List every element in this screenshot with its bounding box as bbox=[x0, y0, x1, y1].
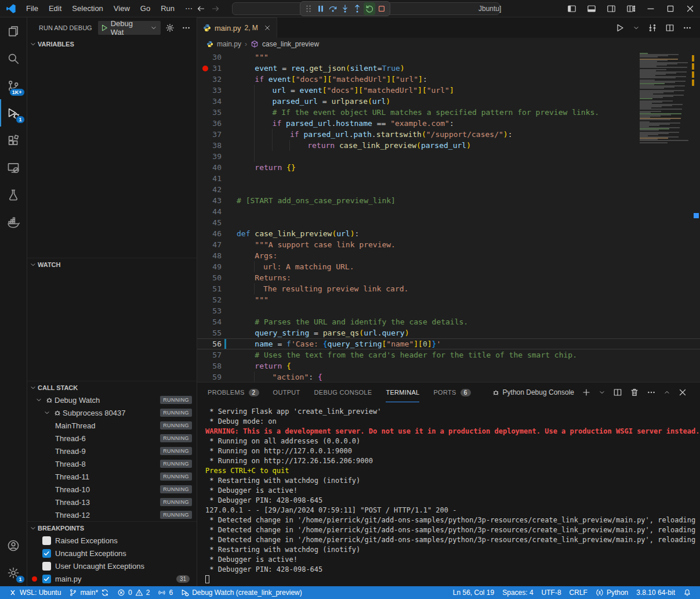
code-line-58[interactable]: 58 return { bbox=[197, 360, 700, 371]
minimap[interactable] bbox=[640, 53, 691, 143]
gutter[interactable]: 33 bbox=[197, 85, 237, 96]
maximize-button[interactable] bbox=[661, 0, 680, 17]
call-stack-row[interactable]: Thread-8RUNNING bbox=[27, 457, 197, 470]
code-line-32[interactable]: 32 if event["docs"]["matchedUrl"]["url"]… bbox=[197, 74, 700, 85]
call-stack-row[interactable]: Thread-10RUNNING bbox=[27, 483, 197, 496]
gutter[interactable]: 53 bbox=[197, 305, 237, 316]
grip-icon[interactable] bbox=[303, 2, 314, 15]
debug-session-status[interactable]: Debug Watch (create_link_preview) bbox=[177, 586, 306, 599]
run-python-file-button[interactable] bbox=[615, 23, 625, 33]
gutter[interactable]: 35 bbox=[197, 107, 237, 118]
language-status[interactable]: Python bbox=[592, 586, 632, 599]
toggle-sidebar-icon[interactable] bbox=[562, 0, 582, 17]
call-stack-section-header[interactable]: CALL STACK bbox=[27, 381, 197, 394]
call-stack-row[interactable]: Thread-11RUNNING bbox=[27, 470, 197, 483]
activity-settings[interactable]: 1 bbox=[0, 559, 27, 586]
call-stack-row[interactable]: Thread-13RUNNING bbox=[27, 496, 197, 508]
terminal-output[interactable]: * Serving Flask app 'create_link_preview… bbox=[197, 402, 700, 586]
activity-search[interactable] bbox=[0, 45, 27, 72]
code-line-37[interactable]: 37 if parsed_url.path.startswith("/suppo… bbox=[197, 129, 700, 140]
menu-edit[interactable]: Edit bbox=[43, 0, 67, 17]
menu-go[interactable]: Go bbox=[135, 0, 155, 17]
toggle-secondary-sidebar-icon[interactable] bbox=[601, 0, 621, 17]
code-line-34[interactable]: 34 parsed_url = urlparse(url) bbox=[197, 96, 700, 107]
gutter[interactable]: 43 bbox=[197, 195, 237, 206]
gutter[interactable]: 42 bbox=[197, 184, 237, 195]
step-out-icon[interactable] bbox=[351, 2, 363, 15]
code-editor[interactable]: 30 """31 event = req.get_json(silent=Tru… bbox=[197, 50, 700, 382]
gutter[interactable]: 41 bbox=[197, 173, 237, 184]
gutter[interactable]: 49 bbox=[197, 261, 237, 272]
kill-terminal-icon[interactable] bbox=[630, 388, 639, 397]
gutter[interactable]: 47 bbox=[197, 239, 237, 250]
menu-selection[interactable]: Selection bbox=[67, 0, 108, 17]
call-stack-row[interactable]: Debug WatchRUNNING bbox=[27, 394, 197, 406]
activity-source-control[interactable]: 1K+ bbox=[0, 72, 27, 99]
code-line-49[interactable]: 49 url: A matching URL. bbox=[197, 261, 700, 272]
variables-section-header[interactable]: VARIABLES bbox=[27, 38, 197, 50]
watch-section-header[interactable]: WATCH bbox=[27, 258, 197, 270]
notifications-bell[interactable] bbox=[679, 586, 695, 599]
panel-tab-output[interactable]: OUTPUT bbox=[273, 383, 300, 402]
gutter[interactable]: 34 bbox=[197, 96, 237, 107]
breakpoint-row[interactable]: User Uncaught Exceptions bbox=[27, 560, 197, 572]
menu-view[interactable]: View bbox=[108, 0, 135, 17]
code-line-42[interactable]: 42 bbox=[197, 184, 700, 195]
toggle-panel-icon[interactable] bbox=[582, 0, 601, 17]
terminal-dropdown-icon[interactable] bbox=[599, 389, 605, 396]
gutter[interactable]: 52 bbox=[197, 294, 237, 305]
call-stack-row[interactable]: Subprocess 80437RUNNING bbox=[27, 406, 197, 419]
gutter[interactable]: 39 bbox=[197, 151, 237, 162]
run-or-debug-icon[interactable] bbox=[648, 23, 657, 33]
gutter[interactable]: 31 bbox=[197, 63, 237, 74]
problems-status[interactable]: 0 2 bbox=[113, 586, 154, 599]
checkbox[interactable] bbox=[42, 562, 51, 571]
activity-account[interactable] bbox=[0, 532, 27, 559]
maximize-panel-icon[interactable] bbox=[663, 389, 670, 396]
step-over-icon[interactable] bbox=[327, 2, 339, 15]
stop-icon[interactable] bbox=[376, 2, 387, 15]
menu-run[interactable]: Run bbox=[155, 0, 180, 17]
customize-layout-icon[interactable] bbox=[621, 0, 641, 17]
checkbox[interactable] bbox=[42, 549, 51, 558]
code-line-51[interactable]: 51 The resulting preview link card. bbox=[197, 283, 700, 294]
start-debug-icon[interactable] bbox=[100, 24, 108, 32]
terminal-instance[interactable]: Python Debug Console bbox=[492, 388, 574, 396]
eol-status[interactable]: CRLF bbox=[565, 586, 592, 599]
code-line-52[interactable]: 52 """ bbox=[197, 294, 700, 305]
editor-more-actions-icon[interactable] bbox=[683, 23, 692, 33]
ports-status[interactable]: 6 bbox=[154, 586, 177, 599]
gutter[interactable]: 36 bbox=[197, 118, 237, 129]
code-line-44[interactable]: 44 bbox=[197, 206, 700, 217]
gutter[interactable]: 30 bbox=[197, 52, 237, 63]
menu-more[interactable]: ⋯ bbox=[180, 0, 198, 17]
tab-main-py[interactable]: main.py 2, M bbox=[197, 17, 277, 38]
gutter[interactable]: 58 bbox=[197, 360, 237, 371]
gutter[interactable]: 45 bbox=[197, 217, 237, 228]
new-terminal-icon[interactable] bbox=[582, 388, 591, 397]
breakpoint-row[interactable]: Raised Exceptions bbox=[27, 534, 197, 547]
gutter[interactable]: 46 bbox=[197, 228, 237, 239]
panel-tab-terminal[interactable]: TERMINAL bbox=[386, 383, 419, 402]
interpreter-status[interactable]: 3.8.10 64-bit bbox=[632, 586, 679, 599]
go-forward-button[interactable] bbox=[211, 4, 220, 13]
code-line-38[interactable]: 38 return case_link_preview(parsed_url) bbox=[197, 140, 700, 151]
gutter[interactable]: 38 bbox=[197, 140, 237, 151]
close-panel-icon[interactable] bbox=[678, 388, 687, 397]
call-stack-row[interactable]: Thread-12RUNNING bbox=[27, 508, 197, 521]
code-line-55[interactable]: 55 query_string = parse_qs(url.query) bbox=[197, 327, 700, 338]
code-line-39[interactable]: 39 bbox=[197, 151, 700, 162]
activity-docker[interactable] bbox=[0, 208, 27, 236]
cursor-position-status[interactable]: Ln 56, Col 19 bbox=[449, 586, 498, 599]
restart-icon[interactable] bbox=[364, 2, 375, 15]
code-line-36[interactable]: 36 if parsed_url.hostname == "example.co… bbox=[197, 118, 700, 129]
code-line-54[interactable]: 54 # Parses the URL and identify the cas… bbox=[197, 316, 700, 327]
menu-file[interactable]: File bbox=[21, 0, 43, 17]
git-branch-status[interactable]: main* bbox=[65, 586, 113, 599]
indentation-status[interactable]: Spaces: 4 bbox=[498, 586, 537, 599]
breakpoint-row[interactable]: Uncaught Exceptions bbox=[27, 547, 197, 560]
split-terminal-icon[interactable] bbox=[613, 388, 622, 397]
breakpoint-row[interactable]: main.py31 bbox=[27, 572, 197, 585]
panel-tab-debug-console[interactable]: DEBUG CONSOLE bbox=[314, 383, 372, 402]
activity-remote-explorer[interactable] bbox=[0, 154, 27, 181]
